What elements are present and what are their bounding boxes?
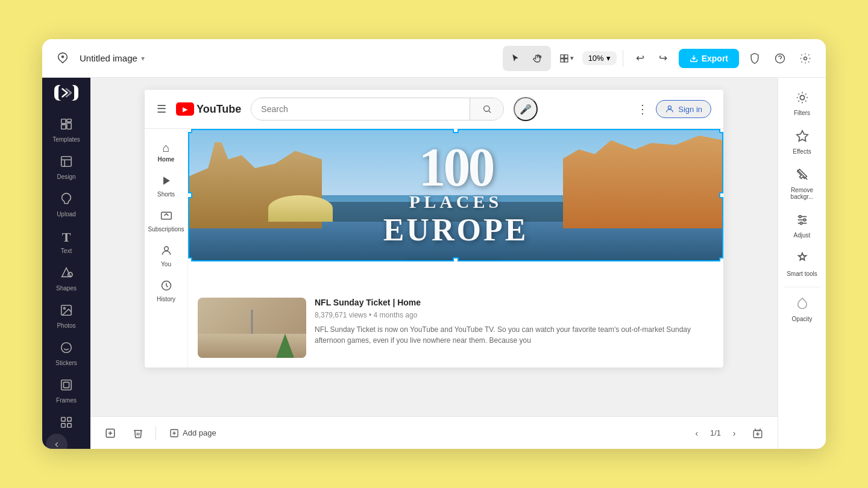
save-icon-btn[interactable] <box>52 48 74 69</box>
yt-sidebar: ⌂ Home Shorts <box>145 129 188 368</box>
rp-remove-bg[interactable]: Remove backgr... <box>781 162 824 206</box>
export-btn[interactable]: Export <box>679 49 739 68</box>
yt-nav-home[interactable]: ⌂ Home <box>147 136 186 167</box>
video-title[interactable]: NFL Sunday Ticket | Home <box>315 298 714 307</box>
svg-rect-21 <box>61 380 72 390</box>
document-title: Untitled image <box>80 53 137 63</box>
zoom-value: 10% <box>588 54 604 63</box>
sidebar-item-upload[interactable]: Upload <box>46 187 87 222</box>
rp-opacity[interactable]: Opacity <box>781 291 824 328</box>
toolbar-left: Untitled image ▾ <box>52 48 498 69</box>
title-area[interactable]: Untitled image ▾ <box>80 53 145 63</box>
banner-text: 100 Places Europe <box>188 129 723 261</box>
video-thumbnail[interactable] <box>198 298 306 358</box>
yt-mic-btn[interactable]: 🎤 <box>514 97 538 121</box>
upload-icon <box>60 192 73 208</box>
layout-btn[interactable]: ▾ <box>555 48 579 69</box>
home-icon: ⌂ <box>162 141 169 155</box>
yt-nav-you[interactable]: You <box>147 240 186 272</box>
yt-search-btn[interactable] <box>470 98 503 120</box>
delete-btn[interactable] <box>128 423 148 443</box>
shield-btn[interactable] <box>744 48 766 69</box>
toolbar-right: Export <box>679 48 816 69</box>
rp-adjust[interactable]: Adjust <box>781 207 824 245</box>
yt-nav-subscriptions[interactable]: Subscriptions <box>147 205 186 237</box>
opacity-label: Opacity <box>792 316 813 322</box>
next-page-btn[interactable]: › <box>726 425 743 442</box>
svg-point-58 <box>803 219 805 221</box>
more-sidebar-btn[interactable] <box>46 411 87 434</box>
svg-point-18 <box>61 343 72 353</box>
download-pages-btn[interactable] <box>747 423 768 443</box>
youtube-mockup: ☰ YouTube 🎤 ⋮ <box>145 90 723 368</box>
yt-logo-text: YouTube <box>197 103 241 116</box>
banner-places: Places <box>409 192 502 212</box>
svg-rect-25 <box>61 424 65 427</box>
yt-search-input[interactable] <box>251 99 470 119</box>
frames-icon <box>60 378 73 395</box>
help-btn[interactable] <box>769 48 791 69</box>
opacity-icon <box>796 297 809 313</box>
svg-rect-13 <box>61 125 66 129</box>
svg-point-17 <box>63 307 65 309</box>
yt-nav-history[interactable]: History <box>147 275 186 307</box>
sidebar-item-shapes[interactable]: Shapes <box>46 261 87 296</box>
sidebar-item-design[interactable]: Design <box>46 150 87 185</box>
sidebar-item-frames[interactable]: Frames <box>46 374 87 408</box>
rp-effects[interactable]: Effects <box>781 124 824 161</box>
sidebar-item-stickers[interactable]: Stickers <box>46 336 87 371</box>
yt-hamburger-btn[interactable]: ☰ <box>157 102 166 116</box>
sidebar-item-templates[interactable]: Templates <box>46 113 87 148</box>
canvas-area: ☰ YouTube 🎤 ⋮ <box>90 78 778 449</box>
banner-image[interactable]: 100 Places Europe <box>188 129 723 261</box>
undo-btn[interactable]: ↩ <box>629 48 651 69</box>
svg-marker-52 <box>796 131 807 141</box>
sidebar-item-photos[interactable]: Photos <box>46 299 87 334</box>
collapse-btn[interactable] <box>46 434 68 449</box>
text-label: Text <box>61 248 72 254</box>
app-window: Untitled image ▾ ▾ 10% ▾ <box>42 39 826 449</box>
you-icon <box>160 245 172 260</box>
rp-filters[interactable]: Filters <box>781 85 824 122</box>
video-meta: 8,379,671 views • 4 months ago <box>315 311 714 319</box>
redo-btn[interactable]: ↪ <box>652 48 674 69</box>
svg-line-28 <box>489 111 491 113</box>
bottom-divider <box>156 426 156 440</box>
yt-nav-home-label: Home <box>158 156 175 163</box>
svg-point-57 <box>799 216 801 218</box>
title-chevron-icon: ▾ <box>141 54 145 63</box>
settings-btn[interactable] <box>794 48 816 69</box>
sidebar-item-text[interactable]: T Text <box>46 225 87 259</box>
add-to-page-btn[interactable] <box>100 423 121 443</box>
yt-signin-btn[interactable]: Sign in <box>656 100 711 118</box>
video-desc: NFL Sunday Ticket is now on YouTube and … <box>315 324 714 346</box>
hand-tool-btn[interactable] <box>527 48 549 69</box>
yt-video-section: NFL Sunday Ticket | Home 8,379,671 views… <box>188 261 723 368</box>
yt-logo: YouTube <box>176 102 241 116</box>
cursor-tool-btn[interactable] <box>505 48 526 69</box>
export-label: Export <box>702 54 728 63</box>
svg-rect-3 <box>561 58 564 61</box>
svg-point-29 <box>668 106 671 109</box>
rp-smart-tools[interactable]: Smart tools <box>781 246 824 283</box>
add-page-label: Add page <box>183 428 216 437</box>
photos-icon <box>60 304 73 320</box>
yt-nav-history-label: History <box>157 296 175 302</box>
sidebar-collapse-area <box>46 411 87 449</box>
stickers-icon <box>60 341 73 357</box>
yt-nav-shorts[interactable]: Shorts <box>147 170 186 202</box>
stickers-label: Stickers <box>55 360 77 366</box>
adjust-label: Adjust <box>794 232 811 239</box>
prev-page-btn[interactable]: ‹ <box>688 425 705 442</box>
yt-header: ☰ YouTube 🎤 ⋮ <box>145 90 723 129</box>
yt-more-btn[interactable]: ⋮ <box>637 102 649 116</box>
yt-body: ⌂ Home Shorts <box>145 129 723 368</box>
shapes-icon <box>60 266 73 283</box>
canvas-scroll[interactable]: ☰ YouTube 🎤 ⋮ <box>90 78 778 416</box>
zoom-control[interactable]: 10% ▾ <box>582 51 617 65</box>
toolbar-center: ▾ 10% ▾ ↩ ↪ <box>503 46 674 71</box>
templates-icon <box>60 117 73 134</box>
add-page-btn[interactable]: Add page <box>163 425 222 442</box>
svg-rect-12 <box>67 123 71 129</box>
adjust-icon <box>796 213 809 230</box>
